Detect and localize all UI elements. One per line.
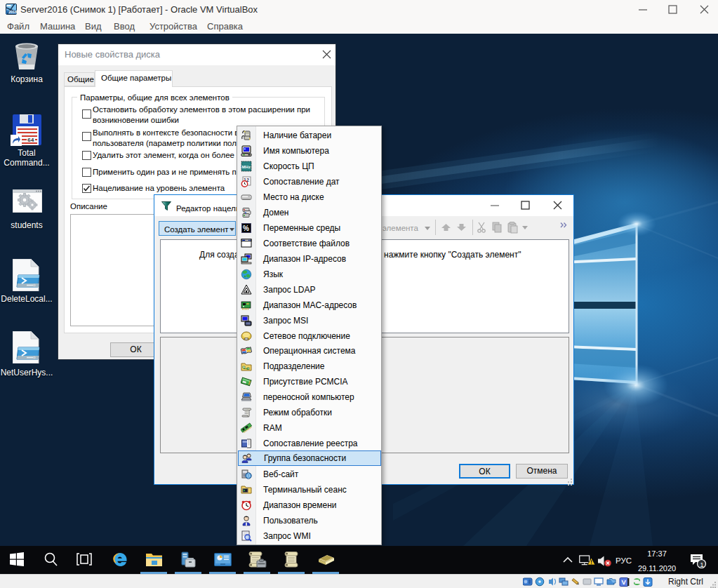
svg-text:%: % [243, 225, 249, 232]
svg-text:V: V [622, 578, 627, 586]
svg-text:2016: 2016 [8, 10, 17, 14]
svg-text:MHz: MHz [242, 165, 251, 169]
svg-text:64: 64 [27, 137, 34, 143]
svg-text:1: 1 [700, 561, 703, 568]
